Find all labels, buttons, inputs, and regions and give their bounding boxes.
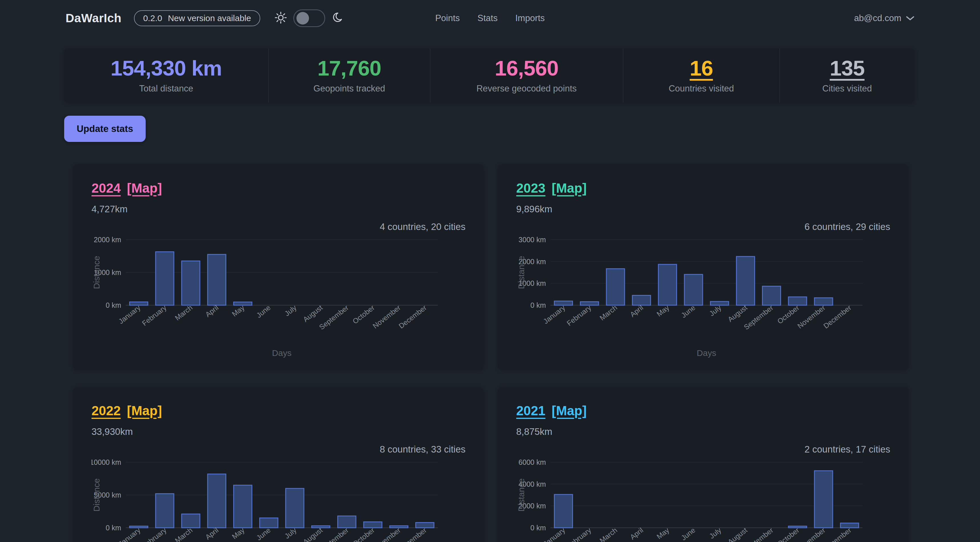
year-link-2024[interactable]: 2024 xyxy=(92,180,121,196)
chart-bar-March[interactable] xyxy=(606,269,625,305)
sun-icon xyxy=(275,11,287,25)
x-tick-label: February xyxy=(565,304,593,327)
y-axis-title: Distance xyxy=(517,478,526,512)
chart-bar-February[interactable] xyxy=(156,252,174,305)
year-link-2021[interactable]: 2021 xyxy=(516,403,545,418)
stat-reverse-geocoded: 16,560 Reverse geocoded points xyxy=(430,48,623,103)
x-tick-label: March xyxy=(598,304,619,322)
x-axis-title: Days xyxy=(272,348,291,358)
x-tick-label: November xyxy=(796,304,827,330)
chart-bar-June[interactable] xyxy=(684,274,703,305)
x-tick-label: December xyxy=(822,304,853,330)
x-tick-label: October xyxy=(776,526,801,542)
year-card-2022: 2022 [Map] 33,930km 8 countries, 33 citi… xyxy=(73,387,484,542)
x-tick-label: February xyxy=(140,526,168,542)
y-tick-label: 0 km xyxy=(530,301,546,309)
stat-total-distance: 154,330 km Total distance xyxy=(64,48,268,103)
y-axis-title: Distance xyxy=(517,256,526,289)
x-tick-label: July xyxy=(283,304,298,318)
chart-bar-October[interactable] xyxy=(364,522,382,528)
nav-link-stats[interactable]: Stats xyxy=(477,13,498,23)
x-tick-label: October xyxy=(776,304,801,326)
chart-bar-November[interactable] xyxy=(815,471,833,528)
chart-bar-January[interactable] xyxy=(554,301,573,305)
x-tick-label: November xyxy=(371,304,402,330)
chart-bar-January[interactable] xyxy=(130,302,148,305)
chart-bar-September[interactable] xyxy=(338,516,356,528)
chart-bar-December[interactable] xyxy=(840,523,859,528)
theme-toggle[interactable] xyxy=(293,10,325,27)
stat-value: 16,560 xyxy=(495,57,558,79)
x-tick-label: August xyxy=(726,526,749,542)
cities-visited-link[interactable]: 135 xyxy=(830,57,865,79)
chart-bar-October[interactable] xyxy=(788,526,807,528)
chart-bar-October[interactable] xyxy=(788,297,807,305)
x-tick-label: April xyxy=(204,526,220,541)
version-badge[interactable]: 0.2.0 New version available xyxy=(134,10,260,26)
y-tick-label: 0 km xyxy=(530,524,546,532)
stat-value: 154,330 km xyxy=(111,57,222,79)
chart-bar-April[interactable] xyxy=(207,254,226,305)
chart-bar-February[interactable] xyxy=(581,302,598,305)
chart-bar-August[interactable] xyxy=(736,256,754,305)
y-tick-label: 2000 km xyxy=(94,236,121,244)
x-tick-label: September xyxy=(742,526,775,542)
countries-visited-link[interactable]: 16 xyxy=(690,57,713,79)
chart-bar-March[interactable] xyxy=(181,514,200,528)
map-link-2022[interactable]: [Map] xyxy=(127,403,162,418)
chart-bar-July[interactable] xyxy=(710,302,729,305)
chart-bar-June[interactable] xyxy=(260,518,278,528)
x-tick-label: December xyxy=(822,526,853,542)
chart-bar-March[interactable] xyxy=(181,261,200,305)
y-axis-title: Distance xyxy=(92,478,101,512)
chart-bar-February[interactable] xyxy=(156,494,174,528)
year-link-2023[interactable]: 2023 xyxy=(516,180,545,196)
map-link-2023[interactable]: [Map] xyxy=(552,180,587,196)
y-tick-label: 0 km xyxy=(106,301,121,309)
chart-bar-April[interactable] xyxy=(207,474,226,528)
map-link-2021[interactable]: [Map] xyxy=(552,403,587,418)
nav-link-imports[interactable]: Imports xyxy=(515,13,545,23)
chart-bar-April[interactable] xyxy=(632,296,651,305)
chart-bar-January[interactable] xyxy=(130,526,148,528)
x-tick-label: April xyxy=(628,526,645,541)
year-summary: 2 countries, 17 cities xyxy=(516,444,890,455)
year-link-2022[interactable]: 2022 xyxy=(92,403,121,418)
year-distance: 33,930km xyxy=(92,426,466,437)
x-tick-label: August xyxy=(302,304,324,323)
chart-bar-May[interactable] xyxy=(234,485,252,528)
year-summary: 6 countries, 29 cities xyxy=(516,221,890,232)
x-tick-label: June xyxy=(679,526,697,542)
chart-bar-September[interactable] xyxy=(762,286,781,305)
year-card-2024: 2024 [Map] 4,727km 4 countries, 20 citie… xyxy=(73,164,484,370)
year-distance: 4,727km xyxy=(92,204,466,215)
chart-bar-January[interactable] xyxy=(554,494,573,528)
chart-bar-November[interactable] xyxy=(815,298,833,305)
update-stats-button[interactable]: Update stats xyxy=(64,116,146,142)
stat-countries-visited: 16 Countries visited xyxy=(623,48,780,103)
map-link-2024[interactable]: [Map] xyxy=(127,180,162,196)
year-chart-2021: 0 km2000 km4000 km6000 kmJanuaryFebruary… xyxy=(516,456,890,542)
x-tick-label: December xyxy=(397,526,428,542)
year-chart-2024: 0 km1000 km2000 kmJanuaryFebruaryMarchAp… xyxy=(92,234,466,368)
x-tick-label: July xyxy=(708,526,723,540)
user-menu[interactable]: ab@cd.com xyxy=(854,13,915,23)
y-tick-label: 6000 km xyxy=(519,458,546,466)
chart-bar-November[interactable] xyxy=(390,526,408,528)
chart-bar-May[interactable] xyxy=(234,302,252,305)
chart-bar-July[interactable] xyxy=(286,488,304,528)
chart-bar-August[interactable] xyxy=(312,526,330,528)
nav-link-points[interactable]: Points xyxy=(435,13,460,23)
nav-links: Points Stats Imports xyxy=(435,13,545,23)
year-summary: 4 countries, 20 cities xyxy=(92,221,466,232)
navbar: DaWarIch 0.2.0 New version available Poi… xyxy=(0,0,980,37)
chart-bar-December[interactable] xyxy=(415,523,434,528)
y-tick-label: 10000 km xyxy=(92,458,121,466)
x-tick-label: September xyxy=(318,526,350,542)
x-tick-label: March xyxy=(173,526,194,542)
year-cards-grid: 2024 [Map] 4,727km 4 countries, 20 citie… xyxy=(73,164,905,542)
actions-row: Update stats xyxy=(64,116,980,142)
year-card-2023: 2023 [Map] 9,896km 6 countries, 29 citie… xyxy=(498,164,908,370)
version-message: New version available xyxy=(168,13,251,23)
chart-bar-May[interactable] xyxy=(659,264,677,305)
